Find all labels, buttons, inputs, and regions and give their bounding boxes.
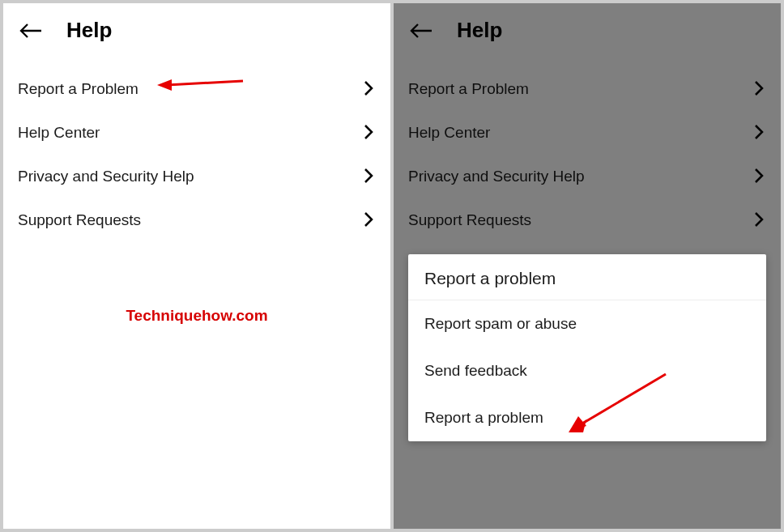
header: Help xyxy=(3,3,390,57)
menu-item-label: Support Requests xyxy=(408,211,531,229)
popup-option-report-problem[interactable]: Report a problem xyxy=(408,394,766,441)
menu-item-label: Help Center xyxy=(408,124,490,142)
menu-list: Report a Problem Help Center Privacy and… xyxy=(394,57,781,242)
chevron-right-icon xyxy=(753,168,766,185)
help-screen-left: Help Report a Problem Help Center Privac… xyxy=(3,3,390,529)
header: Help xyxy=(394,3,781,57)
report-problem-popup: Report a problem Report spam or abuse Se… xyxy=(408,254,766,441)
menu-item-label: Help Center xyxy=(18,124,100,142)
chevron-right-icon xyxy=(363,168,376,185)
menu-list: Report a Problem Help Center Privacy and… xyxy=(3,57,390,242)
help-screen-right: Help Report a Problem Help Center Privac… xyxy=(394,3,781,529)
menu-item-help-center[interactable]: Help Center xyxy=(3,111,390,155)
back-arrow-icon[interactable] xyxy=(408,21,434,40)
menu-item-privacy-security[interactable]: Privacy and Security Help xyxy=(3,155,390,198)
watermark-text: Techniquehow.com xyxy=(3,307,390,325)
menu-item-support-requests[interactable]: Support Requests xyxy=(394,198,781,242)
chevron-right-icon xyxy=(753,124,766,142)
popup-title: Report a problem xyxy=(408,254,766,300)
popup-option-send-feedback[interactable]: Send feedback xyxy=(408,347,766,394)
chevron-right-icon xyxy=(363,211,376,229)
menu-item-report-problem[interactable]: Report a Problem xyxy=(3,67,390,111)
menu-item-label: Report a Problem xyxy=(408,80,529,98)
chevron-right-icon xyxy=(363,80,376,98)
menu-item-label: Support Requests xyxy=(18,211,141,229)
menu-item-label: Privacy and Security Help xyxy=(18,168,194,185)
menu-item-label: Report a Problem xyxy=(18,80,138,98)
menu-item-support-requests[interactable]: Support Requests xyxy=(3,198,390,242)
chevron-right-icon xyxy=(753,211,766,229)
popup-option-report-spam[interactable]: Report spam or abuse xyxy=(408,300,766,347)
page-title: Help xyxy=(457,18,502,43)
menu-item-help-center[interactable]: Help Center xyxy=(394,111,781,155)
chevron-right-icon xyxy=(753,80,766,98)
back-arrow-icon[interactable] xyxy=(18,21,44,40)
menu-item-label: Privacy and Security Help xyxy=(408,168,585,185)
menu-item-privacy-security[interactable]: Privacy and Security Help xyxy=(394,155,781,198)
page-title: Help xyxy=(66,18,112,43)
menu-item-report-problem[interactable]: Report a Problem xyxy=(394,67,781,111)
chevron-right-icon xyxy=(363,124,376,142)
